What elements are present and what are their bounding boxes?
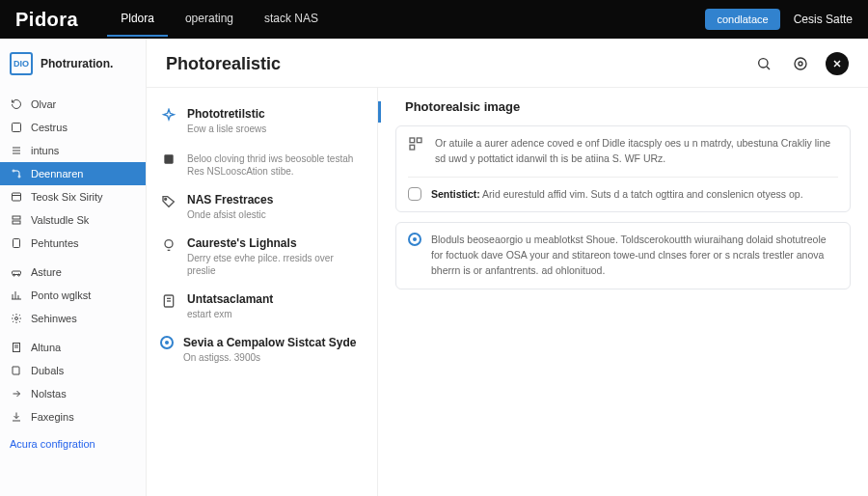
cta-button[interactable]: condlatace [705,9,779,30]
list-item-sub: Beloo cloving thrid iws beosoble testah … [187,152,364,178]
grid-icon [408,136,425,153]
list-item-title: Caureste's Lighnals [187,236,364,250]
svg-rect-31 [410,138,415,143]
sidebar-item-label: Faxegins [31,411,74,423]
list-item-title: NAS Frestraces [187,193,273,207]
svg-rect-8 [13,216,20,219]
target-icon [408,233,421,246]
card-text: Or atuile a aurer adence coved e onf Did… [435,136,838,167]
svg-rect-6 [13,193,21,201]
refresh-icon [10,97,23,111]
svg-rect-9 [13,221,20,224]
car-icon [10,265,23,279]
list-item-title: Sevia a Cempalow Sistcat Syde [183,336,356,349]
detail-panel: Photorealsic image Or atuile a aurer ade… [378,88,868,496]
sidebar-item-faxegins[interactable]: Faxegins [0,405,146,428]
branch-icon [10,167,23,180]
list-item[interactable]: Untatsaclamantestart exm [160,285,364,328]
sidebar-item-label: Teosk Six Sirity [31,191,103,203]
svg-rect-10 [14,239,20,248]
svg-point-18 [759,59,768,68]
sidebar-item-dubals[interactable]: Dubals [0,359,146,382]
list-item[interactable]: Caureste's LighnalsDerry etse evhe pilce… [160,229,364,285]
sidebar-item-asture[interactable]: Asture [0,261,146,284]
sidebar-item-label: Ponto wglkst [31,289,91,301]
sidebar: DIO Photruration. Olvar Cestrus intuns D… [0,39,147,496]
topnav-tab-pldora[interactable]: Pldora [107,2,168,37]
sidebar-item-valstudle[interactable]: Valstudle Sk [0,208,146,232]
sidebar-item-label: Olvar [31,98,56,110]
svg-point-26 [165,240,173,248]
list-item-sub: Eow a lisle sroews [187,123,266,135]
chart-icon [10,289,23,302]
card-text: Bloduls beoseaorgio u meablotkst Shoue. … [431,233,838,278]
panel-title: Photorealsic image [405,99,851,114]
page-header: Photorealistic [147,39,868,88]
book-icon [10,364,23,377]
active-indicator [378,101,381,123]
sidebar-item-label: Nolstas [31,388,67,400]
topnav-tab-stacknas[interactable]: stack NAS [251,2,332,37]
doc-icon [160,292,177,310]
sidebar-item-sehinwes[interactable]: Sehinwes [0,307,146,330]
download-icon [10,410,23,424]
sidebar-item-cestrus[interactable]: Cestrus [0,116,146,139]
brand-logo: Pidora [15,9,78,31]
radio-icon [160,336,174,349]
window-icon [10,190,23,204]
list-item-title: Phototretilstic [187,107,266,121]
card-text: Sentistict: Arid eurestuld affid vim. Su… [431,187,803,203]
svg-rect-0 [13,124,21,132]
sidebar-item-label: intuns [31,145,59,156]
svg-line-19 [767,67,770,69]
page-icon [10,341,23,354]
layers-icon [10,121,23,134]
svg-point-21 [799,62,802,66]
user-name[interactable]: Cesis Satte [794,13,853,26]
sidebar-config-link[interactable]: Acura configration [0,428,146,454]
sidebar-item-ponto[interactable]: Ponto wglkst [0,284,146,307]
svg-point-4 [13,170,14,172]
sidebar-item-teosk[interactable]: Teosk Six Sirity [0,185,146,208]
list-item[interactable]: PhototretilsticEow a lisle sroews [160,99,364,143]
sidebar-item-pehtuntes[interactable]: Pehtuntes [0,232,146,255]
list-item-title: Untatsaclamant [187,292,273,306]
sidebar-logo-icon: DIO [10,52,33,75]
sidebar-item-label: Altuna [31,342,61,353]
svg-point-14 [15,317,18,320]
tag-icon [160,193,177,210]
arrow-icon [10,387,23,400]
sidebar-item-olvar[interactable]: Olvar [0,93,146,116]
search-icon[interactable] [752,52,775,75]
topbar: Pidora Pldora operating stack NAS condla… [0,0,868,39]
svg-rect-33 [410,145,415,150]
list-item-sub: On astigss. 3900s [183,351,356,364]
bulb-icon [160,236,177,254]
svg-point-20 [795,58,806,69]
list-item[interactable]: NAS FrestracesOnde afsist olestic [160,185,364,229]
sidebar-item-label: Cestrus [31,122,68,133]
list-icon [10,144,23,157]
sidebar-item-nolstas[interactable]: Nolstas [0,382,146,405]
list-item-sub: Onde afsist olestic [187,208,273,221]
sidebar-item-label: Valstudle Sk [31,214,89,226]
close-icon[interactable] [826,52,849,75]
sidebar-item-deennaren[interactable]: Deennaren [0,162,146,185]
sidebar-item-label: Deennaren [31,168,83,179]
square-icon [160,151,177,168]
sidebar-item-label: Asture [31,266,62,278]
doc-icon [10,236,23,250]
list-item-sub: Derry etse evhe pilce. rresids over pres… [187,252,364,277]
svg-point-5 [18,176,20,178]
sidebar-item-label: Pehtuntes [31,237,79,249]
help-icon[interactable] [789,52,812,75]
gear-icon [10,312,23,325]
sidebar-item-altuna[interactable]: Altuna [0,336,146,359]
page-title: Photorealistic [166,54,281,74]
topnav-tab-operating[interactable]: operating [172,2,247,37]
list-item[interactable]: Sevia a Cempalow Sistcat SydeOn astigss.… [160,328,364,372]
sidebar-item-intuns[interactable]: intuns [0,139,146,162]
list-item[interactable]: Beloo cloving thrid iws beosoble testah … [160,143,364,185]
sparkle-icon [160,107,177,124]
info-card: Bloduls beoseaorgio u meablotkst Shoue. … [395,222,851,289]
